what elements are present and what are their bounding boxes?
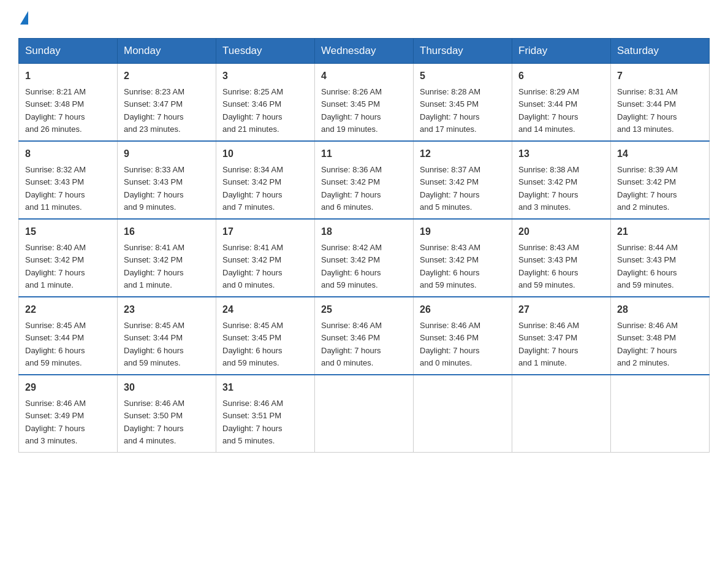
day-number: 15 bbox=[25, 224, 111, 239]
day-info: Sunrise: 8:33 AMSunset: 3:43 PMDaylight:… bbox=[124, 165, 184, 212]
day-info: Sunrise: 8:31 AMSunset: 3:44 PMDaylight:… bbox=[617, 87, 678, 134]
calendar-day-cell: 19 Sunrise: 8:43 AMSunset: 3:42 PMDaylig… bbox=[414, 219, 512, 297]
calendar-day-cell: 28 Sunrise: 8:46 AMSunset: 3:48 PMDaylig… bbox=[611, 297, 710, 375]
calendar-day-cell bbox=[611, 375, 710, 453]
calendar-day-cell: 14 Sunrise: 8:39 AMSunset: 3:42 PMDaylig… bbox=[611, 141, 710, 219]
day-info: Sunrise: 8:23 AMSunset: 3:47 PMDaylight:… bbox=[124, 87, 184, 134]
calendar-day-cell: 25 Sunrise: 8:46 AMSunset: 3:46 PMDaylig… bbox=[315, 297, 414, 375]
calendar-day-cell: 2 Sunrise: 8:23 AMSunset: 3:47 PMDayligh… bbox=[118, 64, 216, 142]
logo bbox=[18, 12, 28, 26]
day-info: Sunrise: 8:21 AMSunset: 3:48 PMDaylight:… bbox=[25, 87, 86, 134]
day-info: Sunrise: 8:37 AMSunset: 3:42 PMDaylight:… bbox=[420, 165, 480, 212]
calendar-week-row: 22 Sunrise: 8:45 AMSunset: 3:44 PMDaylig… bbox=[19, 297, 710, 375]
day-number: 18 bbox=[321, 224, 407, 239]
calendar-day-cell: 20 Sunrise: 8:43 AMSunset: 3:43 PMDaylig… bbox=[512, 219, 611, 297]
day-number: 12 bbox=[420, 147, 506, 161]
calendar-day-cell: 5 Sunrise: 8:28 AMSunset: 3:45 PMDayligh… bbox=[414, 64, 512, 142]
calendar-week-row: 8 Sunrise: 8:32 AMSunset: 3:43 PMDayligh… bbox=[19, 141, 710, 219]
day-number: 7 bbox=[617, 69, 703, 83]
calendar-week-row: 15 Sunrise: 8:40 AMSunset: 3:42 PMDaylig… bbox=[19, 219, 710, 297]
day-info: Sunrise: 8:26 AMSunset: 3:45 PMDaylight:… bbox=[321, 87, 382, 134]
day-info: Sunrise: 8:41 AMSunset: 3:42 PMDaylight:… bbox=[222, 243, 283, 289]
day-number: 11 bbox=[321, 147, 407, 161]
day-info: Sunrise: 8:25 AMSunset: 3:46 PMDaylight:… bbox=[222, 87, 283, 134]
day-of-week-header: Saturday bbox=[611, 39, 710, 64]
day-info: Sunrise: 8:45 AMSunset: 3:44 PMDaylight:… bbox=[124, 321, 184, 367]
calendar-day-cell: 7 Sunrise: 8:31 AMSunset: 3:44 PMDayligh… bbox=[611, 64, 710, 142]
calendar-day-cell: 8 Sunrise: 8:32 AMSunset: 3:43 PMDayligh… bbox=[19, 141, 118, 219]
calendar-day-cell: 18 Sunrise: 8:42 AMSunset: 3:42 PMDaylig… bbox=[315, 219, 414, 297]
day-info: Sunrise: 8:28 AMSunset: 3:45 PMDaylight:… bbox=[420, 87, 480, 134]
day-of-week-header: Friday bbox=[512, 39, 611, 64]
calendar-day-cell bbox=[414, 375, 512, 453]
calendar-day-cell: 4 Sunrise: 8:26 AMSunset: 3:45 PMDayligh… bbox=[315, 64, 414, 142]
calendar-week-row: 29 Sunrise: 8:46 AMSunset: 3:49 PMDaylig… bbox=[19, 375, 710, 453]
day-info: Sunrise: 8:46 AMSunset: 3:50 PMDaylight:… bbox=[124, 399, 184, 445]
day-info: Sunrise: 8:34 AMSunset: 3:42 PMDaylight:… bbox=[222, 165, 283, 212]
day-of-week-header: Monday bbox=[118, 39, 216, 64]
calendar-table: SundayMondayTuesdayWednesdayThursdayFrid… bbox=[18, 38, 710, 453]
calendar-day-cell: 13 Sunrise: 8:38 AMSunset: 3:42 PMDaylig… bbox=[512, 141, 611, 219]
calendar-day-cell: 27 Sunrise: 8:46 AMSunset: 3:47 PMDaylig… bbox=[512, 297, 611, 375]
day-of-week-header: Tuesday bbox=[216, 39, 315, 64]
day-number: 20 bbox=[518, 224, 604, 239]
day-info: Sunrise: 8:41 AMSunset: 3:42 PMDaylight:… bbox=[124, 243, 184, 289]
day-info: Sunrise: 8:39 AMSunset: 3:42 PMDaylight:… bbox=[617, 165, 678, 212]
calendar-day-cell: 29 Sunrise: 8:46 AMSunset: 3:49 PMDaylig… bbox=[19, 375, 118, 453]
day-info: Sunrise: 8:46 AMSunset: 3:51 PMDaylight:… bbox=[222, 399, 283, 445]
day-info: Sunrise: 8:43 AMSunset: 3:42 PMDaylight:… bbox=[420, 243, 480, 289]
day-number: 24 bbox=[222, 302, 308, 317]
day-number: 3 bbox=[222, 69, 308, 83]
calendar-day-cell: 9 Sunrise: 8:33 AMSunset: 3:43 PMDayligh… bbox=[118, 141, 216, 219]
day-number: 4 bbox=[321, 69, 407, 83]
day-number: 27 bbox=[518, 302, 604, 317]
calendar-day-cell: 6 Sunrise: 8:29 AMSunset: 3:44 PMDayligh… bbox=[512, 64, 611, 142]
day-info: Sunrise: 8:45 AMSunset: 3:44 PMDaylight:… bbox=[25, 321, 86, 367]
day-info: Sunrise: 8:40 AMSunset: 3:42 PMDaylight:… bbox=[25, 243, 86, 289]
day-number: 22 bbox=[25, 302, 111, 317]
calendar-day-cell bbox=[315, 375, 414, 453]
page-header bbox=[18, 12, 710, 26]
day-number: 30 bbox=[124, 380, 210, 395]
calendar-day-cell: 17 Sunrise: 8:41 AMSunset: 3:42 PMDaylig… bbox=[216, 219, 315, 297]
day-number: 2 bbox=[124, 69, 210, 83]
day-number: 25 bbox=[321, 302, 407, 317]
day-of-week-header: Wednesday bbox=[315, 39, 414, 64]
day-number: 13 bbox=[518, 147, 604, 161]
day-number: 5 bbox=[420, 69, 506, 83]
day-info: Sunrise: 8:46 AMSunset: 3:47 PMDaylight:… bbox=[518, 321, 579, 367]
day-number: 28 bbox=[617, 302, 703, 317]
day-number: 9 bbox=[124, 147, 210, 161]
calendar-day-cell: 3 Sunrise: 8:25 AMSunset: 3:46 PMDayligh… bbox=[216, 64, 315, 142]
calendar-day-cell: 30 Sunrise: 8:46 AMSunset: 3:50 PMDaylig… bbox=[118, 375, 216, 453]
day-info: Sunrise: 8:43 AMSunset: 3:43 PMDaylight:… bbox=[518, 243, 579, 289]
day-of-week-header: Sunday bbox=[19, 39, 118, 64]
day-info: Sunrise: 8:38 AMSunset: 3:42 PMDaylight:… bbox=[518, 165, 579, 212]
day-number: 21 bbox=[617, 224, 703, 239]
calendar-day-cell: 11 Sunrise: 8:36 AMSunset: 3:42 PMDaylig… bbox=[315, 141, 414, 219]
day-number: 8 bbox=[25, 147, 111, 161]
calendar-day-cell: 24 Sunrise: 8:45 AMSunset: 3:45 PMDaylig… bbox=[216, 297, 315, 375]
day-number: 29 bbox=[25, 380, 111, 395]
day-number: 31 bbox=[222, 380, 308, 395]
day-number: 16 bbox=[124, 224, 210, 239]
calendar-day-cell: 23 Sunrise: 8:45 AMSunset: 3:44 PMDaylig… bbox=[118, 297, 216, 375]
day-of-week-header: Thursday bbox=[414, 39, 512, 64]
calendar-day-cell: 1 Sunrise: 8:21 AMSunset: 3:48 PMDayligh… bbox=[19, 64, 118, 142]
calendar-day-cell: 21 Sunrise: 8:44 AMSunset: 3:43 PMDaylig… bbox=[611, 219, 710, 297]
day-info: Sunrise: 8:32 AMSunset: 3:43 PMDaylight:… bbox=[25, 165, 86, 212]
day-info: Sunrise: 8:44 AMSunset: 3:43 PMDaylight:… bbox=[617, 243, 678, 289]
day-info: Sunrise: 8:45 AMSunset: 3:45 PMDaylight:… bbox=[222, 321, 283, 367]
calendar-day-cell bbox=[512, 375, 611, 453]
day-number: 6 bbox=[518, 69, 604, 83]
calendar-day-cell: 12 Sunrise: 8:37 AMSunset: 3:42 PMDaylig… bbox=[414, 141, 512, 219]
calendar-day-cell: 10 Sunrise: 8:34 AMSunset: 3:42 PMDaylig… bbox=[216, 141, 315, 219]
day-number: 1 bbox=[25, 69, 111, 83]
calendar-week-row: 1 Sunrise: 8:21 AMSunset: 3:48 PMDayligh… bbox=[19, 64, 710, 142]
calendar-day-cell: 22 Sunrise: 8:45 AMSunset: 3:44 PMDaylig… bbox=[19, 297, 118, 375]
calendar-day-cell: 26 Sunrise: 8:46 AMSunset: 3:46 PMDaylig… bbox=[414, 297, 512, 375]
day-info: Sunrise: 8:42 AMSunset: 3:42 PMDaylight:… bbox=[321, 243, 382, 289]
day-info: Sunrise: 8:46 AMSunset: 3:48 PMDaylight:… bbox=[617, 321, 678, 367]
calendar-day-cell: 31 Sunrise: 8:46 AMSunset: 3:51 PMDaylig… bbox=[216, 375, 315, 453]
calendar-day-cell: 15 Sunrise: 8:40 AMSunset: 3:42 PMDaylig… bbox=[19, 219, 118, 297]
